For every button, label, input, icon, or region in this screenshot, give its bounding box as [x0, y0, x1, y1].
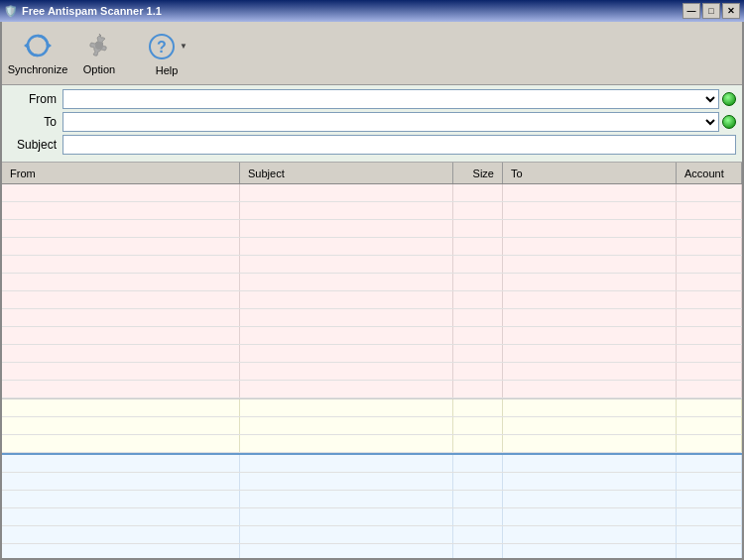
table-cell — [2, 381, 240, 397]
table-cell — [453, 473, 503, 490]
table-row[interactable] — [2, 345, 742, 363]
table-cell — [503, 417, 677, 434]
help-label: Help — [156, 64, 179, 76]
sync-icon — [22, 32, 54, 60]
table-cell — [677, 291, 742, 308]
table-cell — [677, 526, 742, 543]
table-cell — [503, 526, 677, 543]
maximize-button[interactable]: □ — [702, 3, 720, 19]
table-row[interactable] — [2, 309, 742, 327]
table-cell — [503, 455, 677, 472]
table-cell — [240, 473, 453, 490]
table-row[interactable] — [2, 455, 742, 473]
table-cell — [677, 256, 742, 273]
synchronize-label: Synchronize — [8, 63, 68, 75]
toolbar: Synchronize Option ? — [2, 22, 742, 85]
table-cell — [453, 399, 503, 416]
window-controls: — □ ✕ — [682, 3, 740, 19]
svg-point-4 — [95, 42, 103, 50]
table-cell — [503, 381, 677, 397]
table-cell — [677, 544, 742, 558]
table-cell — [2, 291, 240, 308]
table-header: From Subject Size To Account — [2, 163, 742, 184]
from-input-wrap — [62, 89, 736, 109]
table-cell — [677, 363, 742, 380]
table-cell — [677, 220, 742, 237]
table-cell — [503, 291, 677, 308]
from-row: From — [8, 89, 736, 109]
table-row[interactable] — [2, 256, 742, 274]
table-row[interactable] — [2, 184, 742, 202]
table-cell — [677, 435, 742, 452]
table-cell — [2, 220, 240, 237]
section-yellow — [2, 398, 742, 453]
to-label: To — [8, 115, 62, 129]
table-cell — [453, 274, 503, 290]
table-row[interactable] — [2, 544, 742, 558]
col-header-from: From — [2, 163, 240, 183]
table-cell — [240, 544, 453, 558]
table-cell — [503, 202, 677, 219]
table-row[interactable] — [2, 491, 742, 508]
table-row[interactable] — [2, 508, 742, 526]
table-cell — [453, 381, 503, 397]
table-row[interactable] — [2, 220, 742, 238]
table-cell — [240, 381, 453, 397]
table-cell — [503, 256, 677, 273]
table-cell — [240, 526, 453, 543]
table-cell — [240, 309, 453, 326]
table-cell — [2, 363, 240, 380]
table-cell — [453, 256, 503, 273]
help-button[interactable]: ? ▼ Help — [131, 27, 202, 80]
help-icon: ? — [146, 31, 178, 62]
table-row[interactable] — [2, 202, 742, 220]
table-row[interactable] — [2, 435, 742, 453]
table-row[interactable] — [2, 363, 742, 381]
window-title: Free Antispam Scanner 1.1 — [22, 5, 162, 17]
table-row[interactable] — [2, 399, 742, 417]
table-cell — [677, 381, 742, 397]
table-cell — [2, 473, 240, 490]
table-cell — [240, 291, 453, 308]
to-select[interactable] — [62, 112, 719, 132]
section-light-blue — [2, 453, 742, 558]
table-cell — [503, 544, 677, 558]
table-cell — [240, 274, 453, 290]
table-cell — [2, 455, 240, 472]
svg-marker-2 — [24, 43, 28, 49]
table-cell — [2, 256, 240, 273]
table-row[interactable] — [2, 473, 742, 491]
from-select[interactable] — [62, 89, 719, 109]
to-input-wrap — [62, 112, 736, 132]
table-row[interactable] — [2, 291, 742, 309]
table-cell — [453, 435, 503, 452]
table-row[interactable] — [2, 381, 742, 398]
table-cell — [2, 345, 240, 362]
table-cell — [677, 508, 742, 525]
subject-label: Subject — [8, 138, 62, 152]
table-cell — [677, 202, 742, 219]
table-cell — [503, 274, 677, 290]
table-cell — [503, 399, 677, 416]
table-cell — [453, 291, 503, 308]
subject-input[interactable] — [62, 135, 736, 155]
table-cell — [240, 345, 453, 362]
option-button[interactable]: Option — [69, 27, 129, 80]
from-status-dot — [722, 92, 736, 106]
from-label: From — [8, 92, 62, 106]
table-row[interactable] — [2, 526, 742, 544]
table-cell — [240, 327, 453, 344]
close-button[interactable]: ✕ — [722, 3, 740, 19]
table-cell — [677, 455, 742, 472]
table-row[interactable] — [2, 417, 742, 435]
synchronize-button[interactable]: Synchronize — [8, 27, 67, 80]
table-row[interactable] — [2, 238, 742, 256]
table-cell — [2, 508, 240, 525]
table-cell — [453, 417, 503, 434]
minimize-button[interactable]: — — [682, 3, 700, 19]
table-row[interactable] — [2, 274, 742, 291]
table-cell — [453, 544, 503, 558]
table-cell — [677, 491, 742, 507]
app-icon: 🛡️ — [4, 4, 18, 18]
table-row[interactable] — [2, 327, 742, 345]
